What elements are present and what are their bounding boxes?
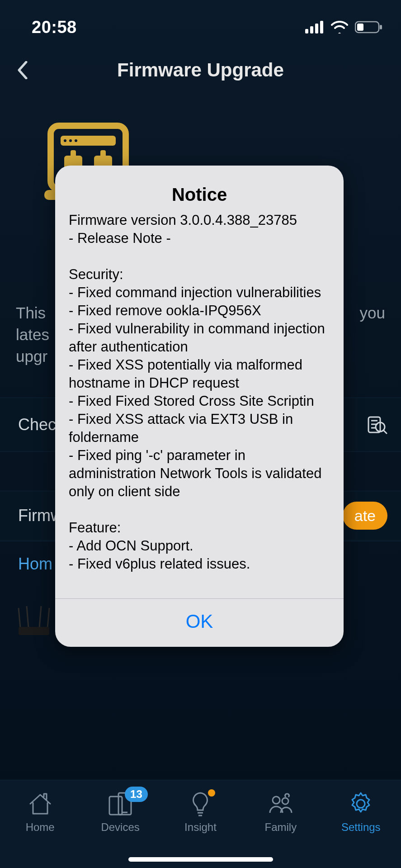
modal-overlay: Notice Firmware version 3.0.0.4.388_2378… bbox=[0, 0, 401, 868]
notice-dialog: Notice Firmware version 3.0.0.4.388_2378… bbox=[55, 166, 344, 647]
notice-body: Firmware version 3.0.0.4.388_23785 - Rel… bbox=[55, 211, 344, 598]
ok-button[interactable]: OK bbox=[55, 599, 344, 647]
notice-title: Notice bbox=[55, 166, 344, 211]
